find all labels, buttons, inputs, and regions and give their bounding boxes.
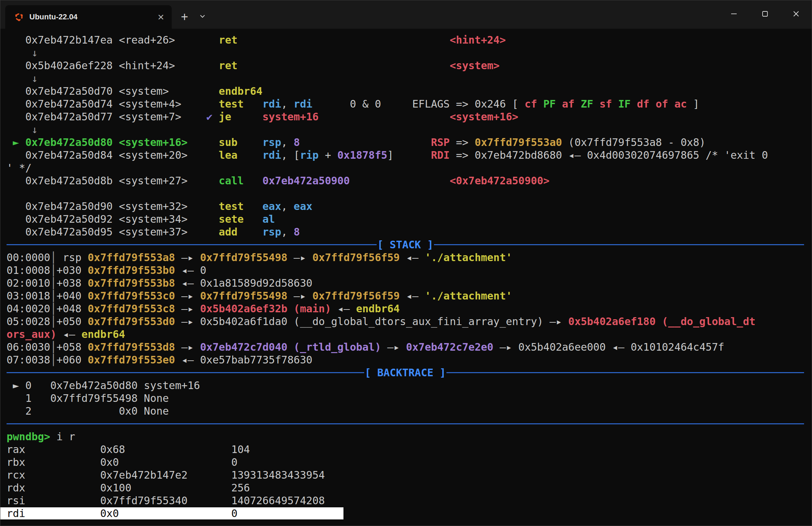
registers-section: rax 0x68 104rbx 0x0 0rcx 0x7eb472b147e2 … [7,443,812,520]
text-segment: 0x7eb472c7e2e0 [406,341,493,353]
tab-ubuntu[interactable]: Ubuntu-22.04 × [5,5,172,29]
separator-line [7,244,377,245]
text-segment: │ [50,303,56,315]
text-segment: rsp [263,226,281,238]
text-segment: cf [525,98,537,110]
terminal-line: 0x5b402a6ef228 <hint+24> ret <system> [7,59,812,72]
text-segment [300,136,431,148]
terminal-content[interactable]: 0x7eb472b147ea <read+26> ret <hint+24> ↓… [0,29,812,526]
terminal-line: ors_aux) ◂— endbr64 [7,328,812,341]
text-segment [631,98,637,110]
terminal-line: ► 0x7eb472a50d80 <system+16> sub rsp, 8 … [7,136,812,149]
text-segment: ret [219,59,237,72]
separator-line [7,372,364,373]
text-segment: —▸ [287,251,312,264]
titlebar-drag-area [211,0,718,29]
text-segment: 0x7eb472a50d90 <system+32> [7,200,219,212]
text-segment: ' */ [7,162,31,174]
text-segment: add [219,226,237,238]
text-segment: 0x7eb472a50d74 <system+4> [7,98,219,110]
tab-close-icon[interactable]: × [155,11,167,22]
disassembly-section: 0x7eb472b147ea <read+26> ret <hint+24> ↓… [7,34,812,238]
text-segment: of [655,98,668,110]
text-segment: —▸ [175,251,200,264]
text-segment: IF [618,98,631,110]
text-segment: './attachment' [425,251,512,264]
text-segment: 0x7eb472a50d8b <system+27> [7,175,219,187]
text-segment: rcx 0x7eb472b147e2 139313483433954 [7,469,325,481]
terminal-window: Ubuntu-22.04 × + 0x7eb472b147ea <r [0,0,812,526]
text-segment: 0x7eb472a50d84 <system+20> [7,149,219,161]
text-segment: sub [219,136,237,148]
backtrace-section-title: [ BACKTRACE ] [364,366,447,379]
text-segment: 2 0x0 None [7,405,169,417]
text-segment: 0x7eb472b147ea <read+26> [7,34,219,46]
close-button[interactable] [781,0,812,29]
text-segment: rdi [263,98,281,110]
text-segment: ↓ [7,72,38,84]
text-segment: +050 [57,315,88,327]
backtrace-section: ► 0 0x7eb472a50d80 system+16 1 0x7ffd79f… [7,379,812,417]
text-segment: 0x5b402a6ef32b (main) [200,303,331,315]
text-segment: 0x7ffd79f553b0 [88,264,175,276]
text-segment: lea [219,149,237,161]
text-segment: 06:0030 [7,341,50,353]
text-segment: ] [387,149,431,161]
text-segment: ↓ [7,123,38,136]
text-segment: 0x7ffd79f553d0 [88,315,175,327]
text-segment: => [450,136,474,148]
text-segment: +040 [57,290,88,302]
text-segment: 07:0038 [7,354,50,366]
maximize-button[interactable] [749,0,781,29]
tab-title: Ubuntu-22.04 [29,12,155,21]
text-segment: │ [50,354,56,366]
text-segment [319,111,450,123]
tab-dropdown-button[interactable] [194,7,211,27]
text-segment [556,98,562,110]
minimize-icon [729,9,738,20]
text-segment [244,200,262,212]
terminal-line: 06:0030│+058 0x7ffd79f553d8 —▸ 0x7eb472c… [7,341,812,353]
text-segment: rax 0x68 104 [7,443,250,455]
text-segment [237,226,262,238]
terminal-line: 2 0x0 None [7,405,812,417]
text-segment: 0 & 0 EFLAGS => 0x246 [ [312,98,525,110]
prompt-line[interactable]: pwndbg> i r [7,430,812,443]
text-segment [668,98,674,110]
text-segment: (0x7ffd79f553a8 - 0x8) [562,136,706,148]
text-segment: 0x7ffd79f553d8 [88,341,175,353]
text-segment: , [281,98,294,110]
terminal-line: 0x7eb472a50d77 <system+7> ✔ je system+16… [7,110,812,123]
text-segment: call [219,175,244,187]
text-segment: ◂— 0xe57bab7735f78630 [175,354,312,366]
text-segment: 00:0000 [7,251,50,264]
minimize-button[interactable] [718,0,749,29]
text-segment: │ [50,264,56,276]
terminal-line: 0x7eb472a50d8b <system+27> call 0x7eb472… [7,174,812,187]
terminal-line [7,187,812,200]
text-segment: rsp [57,251,88,264]
text-segment: │ [50,341,56,353]
text-segment: 0x7ffd79f55498 [200,251,287,264]
new-tab-button[interactable]: + [175,7,194,27]
text-segment: 0x7eb472a50d92 <system+34> [7,213,219,225]
text-segment: ◂— [57,328,82,340]
text-segment [213,111,219,123]
maximize-icon [761,9,769,20]
terminal-line: 02:0010│+038 0x7ffd79f553b8 ◂— 0x1a81589… [7,277,812,289]
text-segment: 0x7eb472a50d77 <system+7> [7,111,206,123]
text-segment: —▸ [175,290,200,302]
text-segment: rdi [263,149,281,161]
terminal-line: 0x7eb472a50d84 <system+20> lea rdi, [rip… [7,149,812,162]
terminal-line: 0x7eb472a50d95 <system+37> add rsp, 8 [7,225,812,238]
typed-command: i r [57,431,75,443]
text-segment: —▸ [175,303,200,315]
text-segment [649,98,655,110]
terminal-line: 0x7eb472a50d74 <system+4> test rdi, rdi … [7,98,812,110]
text-segment: rdx 0x100 256 [7,482,250,494]
text-segment: 0x7ffd79f553a8 [88,251,175,264]
text-segment: + [319,149,337,161]
text-segment: —▸ [381,341,406,353]
text-segment: +058 [57,341,88,353]
text-segment [575,98,581,110]
